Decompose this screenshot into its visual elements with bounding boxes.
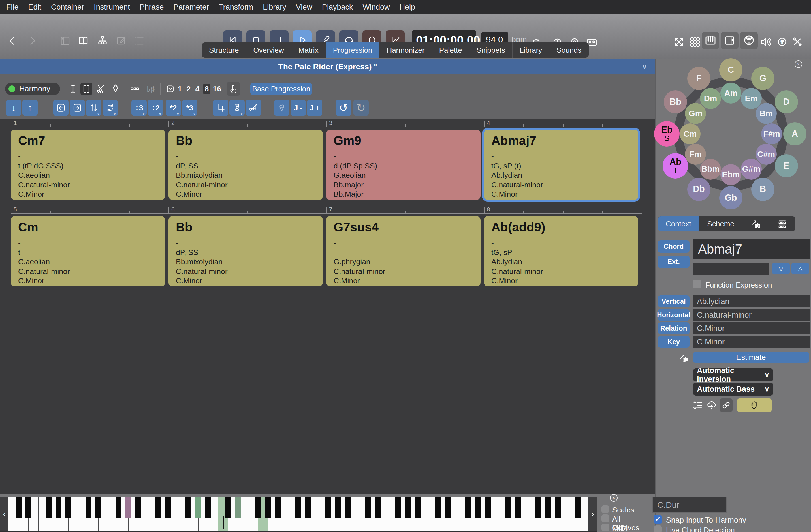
transpose-down-button[interactable]: ▽ bbox=[772, 263, 790, 275]
chord-box-Ab(add9)[interactable]: Ab(add9)-tG, sPAb.lydianC.natural-minorC… bbox=[484, 216, 638, 286]
transpose-up-button[interactable]: △ bbox=[792, 263, 809, 275]
piano-key-black-26[interactable] bbox=[275, 497, 281, 518]
tab-sounds[interactable]: Sounds bbox=[549, 43, 588, 58]
chord-box-G7sus4[interactable]: G7sus4-G.phrygianC.natural-minorC.Minor bbox=[326, 216, 480, 286]
tab-structure[interactable]: Structure bbox=[202, 43, 246, 58]
circle-close-icon[interactable]: × bbox=[795, 60, 802, 68]
grid-value-16[interactable]: 16 bbox=[213, 84, 221, 93]
brackets-select-tool[interactable] bbox=[80, 83, 92, 95]
piano-key-black-53[interactable] bbox=[545, 497, 551, 518]
piano-key-black-14[interactable] bbox=[155, 497, 162, 518]
piano-key-black-47[interactable] bbox=[485, 497, 491, 518]
circle-chord-A[interactable]: A bbox=[783, 122, 807, 145]
nav-back-button[interactable] bbox=[6, 33, 19, 49]
volume-speaker-icon[interactable] bbox=[760, 34, 772, 50]
crop-button[interactable] bbox=[213, 99, 228, 116]
hand-drag-tool[interactable] bbox=[227, 82, 240, 96]
edit-pencil-icon[interactable] bbox=[115, 33, 127, 49]
menu-phrase[interactable]: Phrase bbox=[140, 3, 164, 12]
fullscreen-expand-icon[interactable] bbox=[673, 34, 685, 50]
circle-chord-Gb[interactable]: Gb bbox=[719, 186, 743, 209]
chord-box-Gm9[interactable]: Gm9-d (dP Sp SS)G.aeolianBb.majorBb.Majo… bbox=[326, 130, 480, 200]
chord-box-Bb[interactable]: Bb-dP, SSBb.mixolydianC.natural-minorC.M… bbox=[168, 130, 323, 200]
menu-container[interactable]: Container bbox=[51, 3, 84, 12]
grid-value-2[interactable]: 2 bbox=[185, 84, 192, 93]
grid-snap-checkbox-icon[interactable] bbox=[165, 83, 176, 95]
apps-grid-icon[interactable] bbox=[689, 34, 701, 50]
piano-key-black-36[interactable] bbox=[375, 497, 381, 518]
tab-context[interactable]: Context bbox=[658, 217, 699, 231]
divide-2-button[interactable]: ÷2∨ bbox=[148, 99, 163, 116]
divide-3-button[interactable]: ÷3∨ bbox=[132, 99, 147, 116]
circle-chord-D[interactable]: D bbox=[775, 90, 798, 113]
menu-transform[interactable]: Transform bbox=[219, 3, 253, 12]
piano-key-black-28[interactable] bbox=[295, 497, 301, 518]
circle-chord-G#m[interactable]: G#m bbox=[741, 159, 762, 180]
list-view-icon[interactable] bbox=[133, 33, 146, 49]
tab-scheme[interactable]: Scheme bbox=[699, 217, 742, 231]
piano-key-black-0[interactable] bbox=[16, 497, 21, 518]
piano-key-black-18[interactable] bbox=[195, 497, 201, 518]
estimate-scatter-tab-icon[interactable] bbox=[742, 217, 768, 231]
menu-view[interactable]: View bbox=[296, 3, 312, 12]
context-row-label-key[interactable]: Key bbox=[658, 336, 689, 348]
circle-chord-Bb[interactable]: Bb bbox=[664, 90, 687, 113]
detected-key-field[interactable]: C.Dur bbox=[653, 497, 726, 513]
piano-key-black-29[interactable] bbox=[305, 497, 311, 518]
undo-button[interactable]: ↺ bbox=[336, 99, 351, 116]
mute-notes-button[interactable] bbox=[246, 99, 261, 116]
move-left-button[interactable] bbox=[53, 99, 68, 116]
snap-input-checkbox[interactable]: ✓ bbox=[654, 515, 662, 523]
piano-key-black-32[interactable] bbox=[335, 497, 341, 518]
piano-key-black-50[interactable] bbox=[515, 497, 521, 518]
multiply-3-button[interactable]: *3∨ bbox=[182, 99, 197, 116]
context-row-value-key[interactable]: C.Minor bbox=[693, 336, 810, 348]
piano-key-black-17[interactable] bbox=[185, 497, 192, 518]
eraser-tool[interactable] bbox=[109, 83, 122, 95]
keyboard-scroll-left-button[interactable]: ‹ bbox=[0, 497, 9, 531]
dots-density-tool[interactable] bbox=[128, 83, 142, 95]
circle-chord-Ebm[interactable]: Ebm bbox=[720, 164, 741, 185]
circle-chord-Fm[interactable]: Fm bbox=[685, 144, 706, 165]
piano-key-black-22[interactable] bbox=[235, 497, 241, 518]
circle-chord-Bm[interactable]: Bm bbox=[756, 103, 777, 124]
checkbox-all-octaves[interactable] bbox=[601, 514, 609, 522]
context-row-label-horizontal[interactable]: Horizontal bbox=[658, 309, 689, 321]
context-row-label-vertical[interactable]: Vertical bbox=[658, 295, 689, 307]
chord-box-Bb[interactable]: Bb-dP, SSBb.mixolydianC.natural-minorC.M… bbox=[168, 216, 323, 286]
context-row-value-horizontal[interactable]: C.natural-minor bbox=[693, 309, 810, 321]
circle-chord-G[interactable]: G bbox=[751, 67, 775, 90]
tab-progression[interactable]: Progression bbox=[326, 43, 380, 58]
piano-key-black-33[interactable] bbox=[345, 497, 351, 518]
menu-parameter[interactable]: Parameter bbox=[173, 3, 209, 12]
piano-key-black-35[interactable] bbox=[365, 497, 371, 518]
tab-library[interactable]: Library bbox=[512, 43, 549, 58]
menu-playback[interactable]: Playback bbox=[322, 3, 353, 12]
base-progression-button[interactable]: Base Progression bbox=[250, 83, 312, 95]
piano-key-black-25[interactable] bbox=[265, 497, 271, 518]
checkbox-scales[interactable] bbox=[601, 505, 609, 513]
side-panel-toggle[interactable] bbox=[721, 32, 738, 49]
ice-cream-button[interactable] bbox=[274, 99, 289, 116]
inversion-dropdown[interactable]: Automatic Inversion ∨ bbox=[693, 369, 773, 381]
keyboard-panel-close-icon[interactable]: × bbox=[610, 494, 617, 502]
redo-button[interactable]: ↻ bbox=[353, 99, 369, 116]
piano-key-black-45[interactable] bbox=[465, 497, 471, 518]
circle-chord-Bbm[interactable]: Bbm bbox=[700, 159, 721, 180]
circle-chord-C[interactable]: C bbox=[719, 58, 743, 81]
context-row-label-relation[interactable]: Relation bbox=[658, 322, 689, 334]
piano-key-black-49[interactable] bbox=[505, 497, 511, 518]
circle-chord-Db[interactable]: Db bbox=[687, 178, 710, 201]
piano-key-black-10[interactable] bbox=[116, 497, 122, 518]
jog-minus-button[interactable]: J - bbox=[291, 99, 306, 116]
circle-chord-Eb[interactable]: EbS bbox=[654, 121, 679, 146]
circle-chord-Cm[interactable]: Cm bbox=[679, 123, 701, 144]
cloud-lightning-icon[interactable] bbox=[706, 399, 718, 411]
circle-chord-E[interactable]: E bbox=[775, 154, 798, 177]
track-chip-harmony[interactable]: Harmony bbox=[5, 83, 60, 95]
tab-overview[interactable]: Overview bbox=[246, 43, 291, 58]
chord-value-field[interactable]: Abmaj7 bbox=[693, 239, 810, 259]
menu-file[interactable]: File bbox=[6, 3, 19, 12]
chord-box-Cm7[interactable]: Cm7-t (tP dG SSS)C.aeolianC.natural-mino… bbox=[11, 130, 165, 200]
keyboard-scroll-right-button[interactable]: › bbox=[588, 497, 597, 531]
